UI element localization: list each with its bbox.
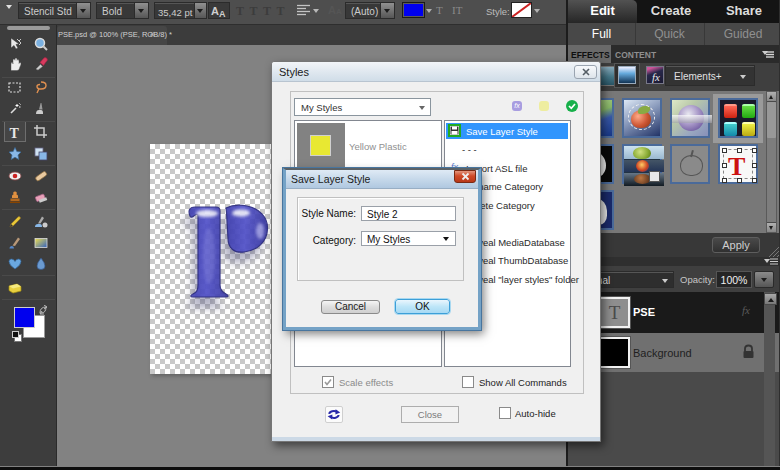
svg-text:T: T — [10, 126, 20, 141]
